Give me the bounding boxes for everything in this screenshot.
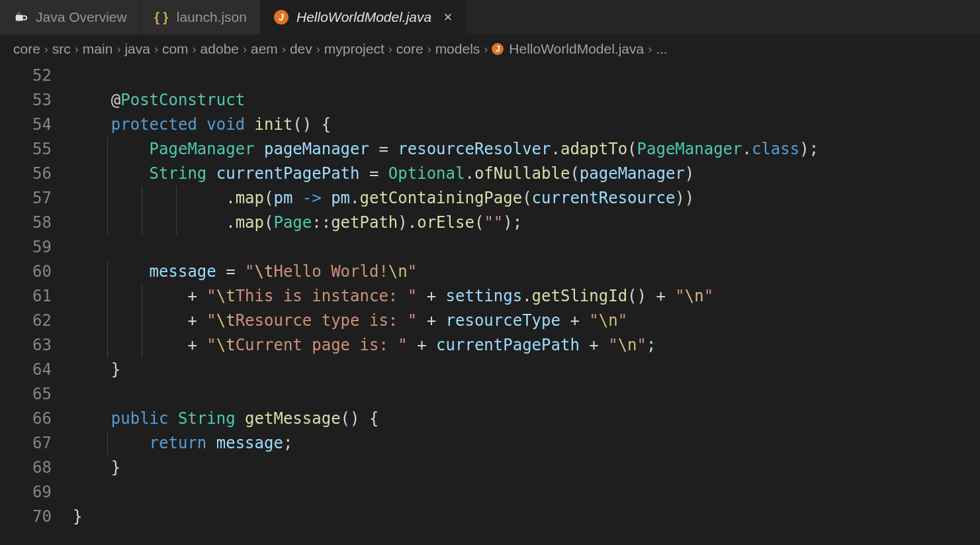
code-line[interactable]: .map(Page::getPath).orElse(""); [73,211,980,235]
chevron-right-icon: › [648,42,652,56]
tab-label: HelloWorldModel.java [296,9,431,25]
line-number-gutter[interactable]: 52535455565758596061626364656667686970 [0,64,73,529]
breadcrumb-seg[interactable]: models [435,41,480,57]
chevron-right-icon: › [44,42,48,56]
indent-guide [107,333,108,358]
tab-launch-json[interactable]: { } launch.json [141,0,261,34]
indent-guide [107,309,108,333]
tab-java-overview[interactable]: Java Overview [0,0,141,34]
breadcrumb-seg[interactable]: main [83,41,113,57]
line-number[interactable]: 67 [0,431,52,456]
java-j-icon: J [274,10,289,25]
breadcrumb-seg[interactable]: adobe [200,41,239,57]
indent-guide [142,186,142,211]
code-line[interactable]: } [73,358,980,382]
line-number[interactable]: 66 [0,407,52,431]
chevron-right-icon: › [243,42,247,56]
breadcrumb-seg[interactable]: dev [290,41,312,57]
code-line[interactable] [73,235,980,260]
line-number[interactable]: 53 [0,88,52,113]
line-number[interactable]: 56 [0,162,52,186]
indent-guide [107,431,108,456]
line-number[interactable]: 57 [0,186,52,211]
line-number[interactable]: 58 [0,211,52,235]
chevron-right-icon: › [116,42,120,56]
code-line[interactable]: String currentPagePath = Optional.ofNull… [73,162,980,186]
indent-guide [142,211,142,235]
line-number[interactable]: 64 [0,358,52,382]
code-editor[interactable]: 52535455565758596061626364656667686970 @… [0,64,980,529]
breadcrumb-seg[interactable]: aem [251,41,278,57]
code-line[interactable]: PageManager pageManager = resourceResolv… [73,137,980,162]
code-line[interactable] [73,382,980,407]
tab-bar: Java Overview { } launch.json J HelloWor… [0,0,980,34]
indent-guide [176,211,177,235]
chevron-right-icon: › [282,42,286,56]
breadcrumb-seg[interactable]: core [13,41,40,57]
chevron-right-icon: › [484,42,488,56]
code-line[interactable]: message = "\tHello World!\n" [73,260,980,284]
code-content[interactable]: @PostConstruct protected void init() { P… [73,64,980,529]
indent-guide [142,284,142,309]
indent-guide [107,137,108,162]
code-line[interactable]: + "\tCurrent page is: " + currentPagePat… [73,333,980,358]
java-j-icon: J [492,43,504,55]
breadcrumb[interactable]: core › src › main › java › com › adobe ›… [0,34,980,64]
tab-label: launch.json [177,9,247,25]
line-number[interactable]: 59 [0,235,52,260]
indent-guide [176,186,177,211]
code-line[interactable]: protected void init() { [73,113,980,137]
coffee-cup-icon [13,10,28,25]
indent-guide [107,186,108,211]
svg-rect-0 [16,15,23,21]
line-number[interactable]: 63 [0,333,52,358]
json-braces-icon: { } [154,10,169,25]
chevron-right-icon: › [388,42,392,56]
indent-guide [107,211,108,235]
line-number[interactable]: 62 [0,309,52,333]
line-number[interactable]: 70 [0,505,52,529]
code-line[interactable]: return message; [73,431,980,456]
indent-guide [142,309,142,333]
chevron-right-icon: › [75,42,79,56]
code-line[interactable]: @PostConstruct [73,88,980,113]
code-line[interactable]: + "\tThis is instance: " + settings.getS… [73,284,980,309]
chevron-right-icon: › [316,42,320,56]
indent-guide [142,333,142,358]
line-number[interactable]: 60 [0,260,52,284]
chevron-right-icon: › [154,42,158,56]
tab-label: Java Overview [36,9,127,25]
line-number[interactable]: 52 [0,64,52,88]
breadcrumb-more[interactable]: ... [656,41,668,57]
line-number[interactable]: 65 [0,382,52,407]
line-number[interactable]: 69 [0,480,52,505]
code-line[interactable] [73,480,980,505]
indent-guide [107,284,108,309]
close-icon[interactable]: × [443,9,452,26]
chevron-right-icon: › [193,42,197,56]
code-line[interactable] [73,64,980,88]
breadcrumb-file[interactable]: J HelloWorldModel.java [492,41,644,57]
breadcrumb-seg[interactable]: com [162,41,189,57]
code-line[interactable]: + "\tResource type is: " + resourceType … [73,309,980,333]
indent-guide [107,162,108,186]
code-line[interactable]: public String getMessage() { [73,407,980,431]
code-line[interactable]: .map(pm -> pm.getContainingPage(currentR… [73,186,980,211]
line-number[interactable]: 54 [0,113,52,137]
code-line[interactable]: } [73,456,980,480]
tab-helloworldmodel[interactable]: J HelloWorldModel.java × [261,0,466,34]
line-number[interactable]: 55 [0,137,52,162]
breadcrumb-seg[interactable]: java [124,41,150,57]
breadcrumb-seg[interactable]: core [396,41,423,57]
line-number[interactable]: 68 [0,456,52,480]
code-line[interactable]: } [73,505,980,529]
line-number[interactable]: 61 [0,284,52,309]
breadcrumb-seg[interactable]: src [52,41,71,57]
chevron-right-icon: › [427,42,431,56]
indent-guide [107,260,108,284]
breadcrumb-seg[interactable]: myproject [324,41,384,57]
